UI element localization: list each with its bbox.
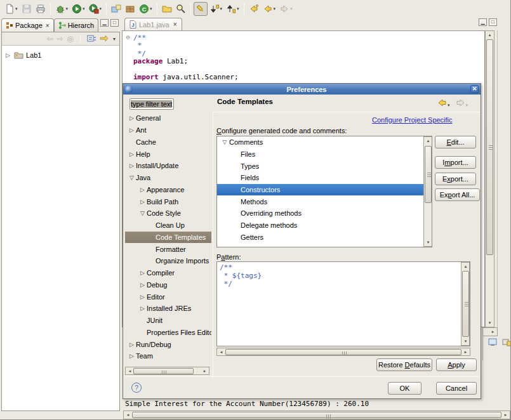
scroll-down-icon[interactable]: ▾ <box>486 319 494 327</box>
project-lab1[interactable]: ▷ Lab1 <box>2 49 119 60</box>
console-horizontal-scrollbar[interactable]: ◂ ▸ <box>123 410 510 419</box>
pref-tree-item-cache[interactable]: Cache <box>125 136 211 148</box>
search-button[interactable] <box>174 2 188 16</box>
pref-tree-item-install-update[interactable]: ▷Install/Update <box>125 160 211 172</box>
edit-button[interactable]: Edit... <box>435 136 476 148</box>
pref-tree-item-code-style[interactable]: ▽Code Style <box>125 207 211 220</box>
template-item-fields[interactable]: Fields <box>217 172 432 184</box>
expanded-arrow-icon[interactable]: ▽ <box>138 210 147 216</box>
filter-input[interactable]: type filter text <box>129 98 174 110</box>
scroll-up-icon[interactable]: ▴ <box>461 263 470 270</box>
view-menu-icon[interactable]: ▾ <box>113 36 116 42</box>
maximize-icon[interactable]: □ <box>110 19 119 27</box>
print-button[interactable] <box>34 2 48 16</box>
pattern-vertical-scrollbar[interactable]: ▴ ▾ <box>461 262 470 346</box>
link-with-editor-icon[interactable] <box>100 34 109 43</box>
collapsed-arrow-icon[interactable]: ▷ <box>138 305 147 312</box>
collapsed-arrow-icon[interactable]: ▷ <box>128 115 136 121</box>
close-icon[interactable]: × <box>46 22 50 29</box>
template-item-getters[interactable]: Getters <box>217 232 432 244</box>
close-icon[interactable]: × <box>173 21 177 28</box>
template-item-files[interactable]: Files <box>217 148 432 161</box>
collapsed-arrow-icon[interactable]: ▷ <box>138 282 147 288</box>
forward-button[interactable]: ▾ <box>277 2 295 16</box>
pref-tree-item-run-debug[interactable]: ▷Run/Debug <box>125 338 211 350</box>
collapsed-arrow-icon[interactable]: ▷ <box>128 151 136 157</box>
pattern-horizontal-scrollbar[interactable]: ◂ ▸ <box>216 348 470 356</box>
apply-button[interactable]: Apply <box>436 358 477 371</box>
new-class-button[interactable]: C ▾ <box>137 2 154 16</box>
pref-tree-item-editor[interactable]: ▷Editor <box>125 291 211 303</box>
forward-button[interactable]: ▾ <box>456 99 468 108</box>
collapsed-arrow-icon[interactable]: ▷ <box>138 187 147 193</box>
open-folder-button[interactable] <box>160 2 174 16</box>
scrollbar-thumb[interactable] <box>132 412 501 418</box>
new-package-button[interactable] <box>123 2 137 16</box>
pref-tree-item-properties-files-editor[interactable]: Properties Files Editor <box>125 327 211 339</box>
go-into-icon[interactable]: ◎ <box>67 34 74 43</box>
collapsed-arrow-icon[interactable]: ▷ <box>128 353 136 359</box>
scroll-left-icon[interactable]: ◂ <box>124 411 132 419</box>
pref-tree-item-compiler[interactable]: ▷Compiler <box>125 267 211 279</box>
pref-tree-item-java[interactable]: ▽Java <box>125 172 211 184</box>
scroll-right-icon[interactable]: ▸ <box>461 348 470 356</box>
expanded-arrow-icon[interactable]: ▽ <box>128 174 136 181</box>
expanded-arrow-icon[interactable]: ▽ <box>220 139 229 145</box>
export-button[interactable]: Export... <box>435 173 476 185</box>
collapsed-arrow-icon[interactable]: ▷ <box>138 199 147 205</box>
forward-icon[interactable]: ⇨ <box>56 34 63 43</box>
cancel-button[interactable]: Cancel <box>436 382 477 395</box>
pref-tree-item-help[interactable]: ▷Help <box>125 148 211 160</box>
template-item-setters[interactable]: Setters <box>217 243 432 247</box>
run-button[interactable]: ▾ <box>70 2 87 16</box>
pref-tree-item-organize-imports[interactable]: Organize Imports <box>125 255 211 267</box>
back-button[interactable]: ▾ <box>438 99 450 108</box>
template-item-types[interactable]: Types <box>217 160 432 172</box>
scrollbar-thumb[interactable] <box>225 349 461 355</box>
ok-button[interactable]: OK <box>388 382 421 395</box>
previous-annotation-button[interactable]: ▾ <box>224 2 241 16</box>
template-item-overriding-methods[interactable]: Overriding methods <box>217 207 432 220</box>
scrollbar-thumb[interactable] <box>462 271 469 337</box>
list-vertical-scrollbar[interactable]: ▴ ▾ <box>423 136 432 247</box>
scroll-down-icon[interactable]: ▾ <box>461 338 470 345</box>
dialog-close-button[interactable]: ✕ <box>470 85 479 93</box>
pattern-textarea[interactable]: ▴ ▾ /** * ${tags} */ <box>216 261 470 346</box>
tab-package-explorer[interactable]: Package × <box>1 18 54 32</box>
expand-arrow-icon[interactable]: ▷ <box>6 52 11 58</box>
pref-tree-item-build-path[interactable]: ▷Build Path <box>125 195 211 207</box>
pref-tree-item-code-templates[interactable]: Code Templates <box>125 232 211 244</box>
back-icon[interactable]: ⇦ <box>46 34 53 43</box>
console-icon[interactable] <box>488 338 497 346</box>
help-icon[interactable]: ? <box>131 383 142 393</box>
tree-horizontal-scrollbar[interactable]: ◂ ▸ <box>125 367 209 375</box>
tab-lab1-java[interactable]: J Lab1.java × <box>124 18 182 30</box>
collapsed-arrow-icon[interactable]: ▷ <box>138 294 147 300</box>
debug-button[interactable]: ▾ <box>53 2 70 16</box>
mark-occurrences-toggle[interactable] <box>194 2 208 16</box>
scroll-up-icon[interactable]: ▴ <box>486 31 494 39</box>
scroll-left-icon[interactable]: ◂ <box>217 348 225 356</box>
scrollbar-thumb[interactable] <box>425 146 432 203</box>
pref-tree-item-debug[interactable]: ▷Debug <box>125 279 211 291</box>
editor-vertical-scrollbar[interactable]: ▴ ▾ <box>485 30 494 327</box>
new-button[interactable]: ▾ <box>3 2 20 16</box>
last-edit-location-button[interactable] <box>247 2 261 16</box>
minimize-icon[interactable]: ▁ <box>479 18 487 26</box>
collapsed-arrow-icon[interactable]: ▷ <box>128 127 136 133</box>
next-annotation-button[interactable]: ▾ <box>208 2 225 16</box>
pin-console-icon[interactable] <box>502 338 511 346</box>
external-tools-button[interactable]: ▾ <box>87 2 104 16</box>
template-item-constructors[interactable]: Constructors <box>217 184 432 196</box>
dialog-titlebar[interactable]: Preferences <box>123 84 481 95</box>
scrollbar-thumb[interactable] <box>486 39 493 255</box>
scroll-right-icon[interactable]: ▸ <box>201 367 209 375</box>
pref-tree-item-appearance[interactable]: ▷Appearance <box>125 184 211 196</box>
pref-tree-item-team[interactable]: ▷Team <box>125 350 211 362</box>
back-button[interactable]: ▾ <box>261 2 278 16</box>
collapsed-arrow-icon[interactable]: ▷ <box>128 341 136 348</box>
collapsed-arrow-icon[interactable]: ▷ <box>128 162 136 169</box>
pref-tree-item-formatter[interactable]: Formatter <box>125 243 211 255</box>
scroll-down-icon[interactable]: ▾ <box>424 239 432 246</box>
scroll-up-icon[interactable]: ▴ <box>424 137 432 145</box>
